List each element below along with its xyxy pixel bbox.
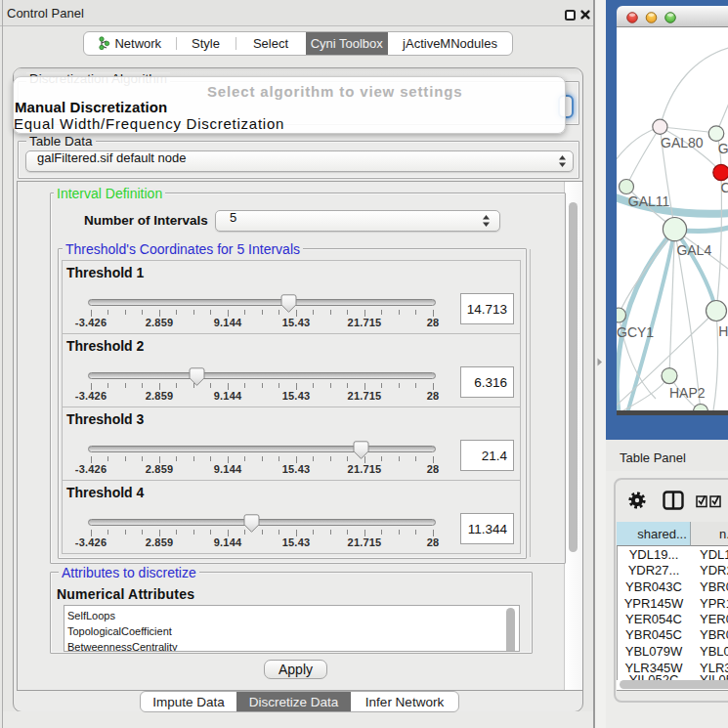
svg-text:CR: CR	[721, 180, 728, 195]
svg-text:GCY1: GCY1	[617, 324, 654, 340]
svg-text:GAL11: GAL11	[628, 193, 670, 209]
svg-text:GAL4: GAL4	[676, 242, 711, 258]
svg-text:GAL: GAL	[718, 141, 728, 156]
svg-text:GAL80: GAL80	[661, 135, 704, 150]
svg-text:HA: HA	[718, 323, 728, 339]
svg-text:HAP2: HAP2	[669, 385, 706, 401]
